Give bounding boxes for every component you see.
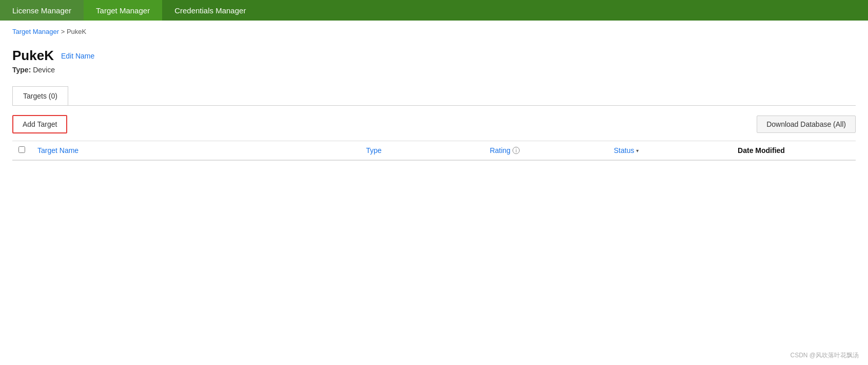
tab-targets[interactable]: Targets (0)	[12, 86, 68, 105]
breadcrumb-current: PukeK	[67, 28, 86, 35]
breadcrumb: Target Manager > PukeK	[0, 21, 868, 37]
rating-info-icon[interactable]: i	[512, 147, 520, 154]
breadcrumb-parent-link[interactable]: Target Manager	[12, 28, 59, 35]
type-row: Type: Device	[12, 66, 856, 74]
download-database-button[interactable]: Download Database (All)	[757, 116, 856, 133]
th-checkbox	[12, 141, 31, 161]
select-all-checkbox[interactable]	[18, 146, 25, 153]
th-rating[interactable]: Rating i	[484, 141, 608, 161]
status-sort-icon: ▾	[636, 148, 639, 153]
type-value-text: Device	[33, 66, 55, 74]
th-type[interactable]: Type	[360, 141, 484, 161]
th-status-label: Status	[614, 146, 635, 155]
page-title: PukeK	[12, 48, 54, 64]
targets-table: Target Name Type Rating i Status	[12, 141, 856, 161]
th-type-label: Type	[366, 146, 382, 155]
th-status[interactable]: Status ▾	[608, 141, 732, 161]
page-content: PukeK Edit Name Type: Device Targets (0)…	[0, 37, 868, 171]
top-nav: License Manager Target Manager Credentia…	[0, 0, 868, 21]
th-target-name[interactable]: Target Name	[31, 141, 360, 161]
tabs-row: Targets (0)	[12, 86, 856, 106]
breadcrumb-separator: >	[61, 28, 65, 35]
th-rating-label: Rating	[490, 146, 510, 155]
nav-license-manager[interactable]: License Manager	[0, 0, 84, 21]
th-target-name-label: Target Name	[37, 146, 78, 155]
th-date-modified: Date Modified	[732, 141, 856, 161]
add-target-button[interactable]: Add Target	[12, 115, 67, 133]
nav-target-manager[interactable]: Target Manager	[84, 0, 162, 21]
th-date-modified-label: Date Modified	[738, 146, 785, 155]
toolbar: Add Target Download Database (All)	[12, 106, 856, 141]
nav-credentials-manager[interactable]: Credentials Manager	[162, 0, 258, 21]
edit-name-link[interactable]: Edit Name	[61, 52, 94, 60]
page-title-row: PukeK Edit Name	[12, 48, 856, 64]
table-header-row: Target Name Type Rating i Status	[12, 141, 856, 161]
type-label: Type:	[12, 66, 31, 74]
